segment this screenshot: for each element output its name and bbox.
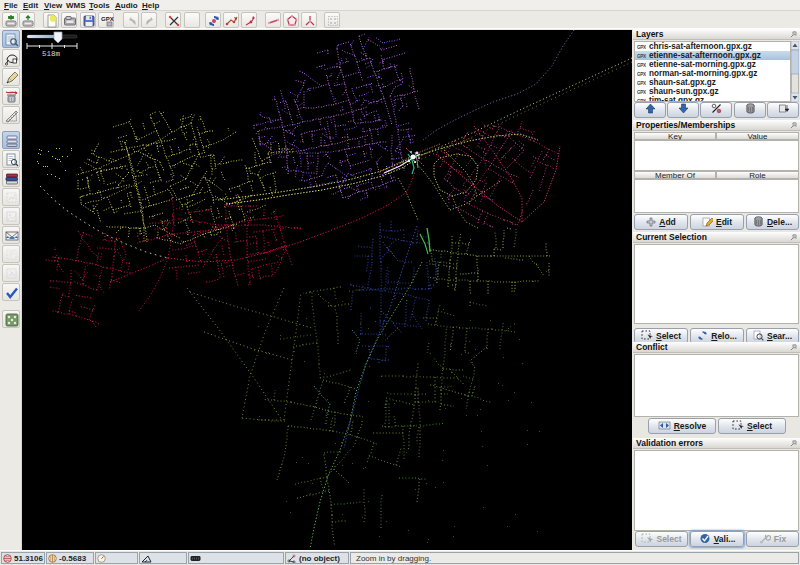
svg-text:GPX: GPX	[637, 81, 646, 85]
svg-text:GPX: GPX	[637, 54, 646, 58]
svg-text:GPX: GPX	[637, 90, 646, 94]
svg-text:GPX: GPX	[637, 63, 646, 67]
svg-text:518m: 518m	[42, 50, 61, 58]
svg-text:GPX: GPX	[101, 16, 114, 22]
svg-text:GPX: GPX	[637, 45, 646, 49]
svg-text:GPX: GPX	[637, 72, 646, 76]
